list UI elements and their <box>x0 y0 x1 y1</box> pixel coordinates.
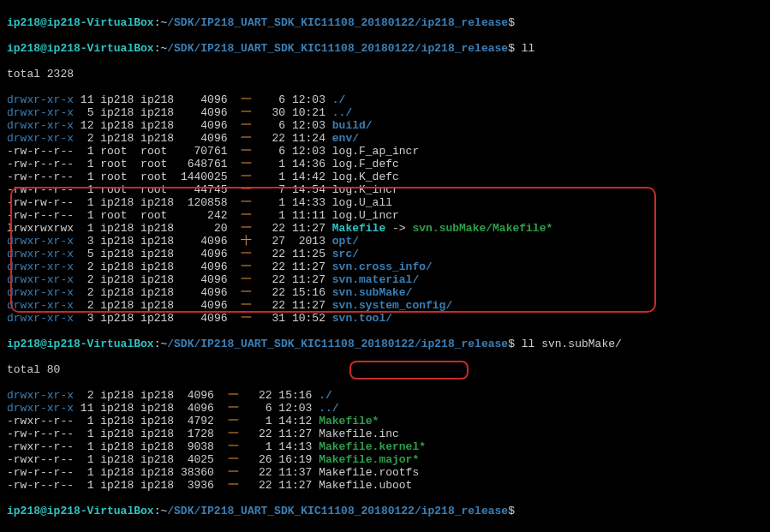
filename: svn.cross_info/ <box>332 260 433 273</box>
perms: -rw-rw-r-- <box>7 196 74 209</box>
filename: Makefile.major* <box>319 453 419 466</box>
day: 22 <box>266 132 285 145</box>
ls-row: drwxr-xr-x 2 ip218 ip218 4096 一 22 11:27… <box>7 273 763 286</box>
month-cn: 一 <box>241 222 252 235</box>
time: 14:33 <box>292 196 325 209</box>
nlinks: 2 <box>81 389 94 402</box>
size: 4096 <box>181 260 228 273</box>
day: 1 <box>266 196 285 209</box>
perms: drwxr-xr-x <box>7 389 74 402</box>
filename: ./ <box>319 389 332 402</box>
nlinks: 2 <box>81 299 94 312</box>
size: 38360 <box>181 466 214 479</box>
owner: ip218 <box>100 286 134 299</box>
time: 14:36 <box>292 158 325 170</box>
cwd: /SDK/IP218_UART_SDK_KIC11108_20180122/ip… <box>167 16 508 29</box>
nlinks: 5 <box>81 106 94 119</box>
nlinks: 1 <box>81 222 94 235</box>
group: ip218 <box>140 286 174 299</box>
size: 1728 <box>181 427 214 440</box>
prompt-line: ip218@ip218-VirtualBox:~/SDK/IP218_UART_… <box>7 42 763 55</box>
prompt-line: ip218@ip218-VirtualBox:~/SDK/IP218_UART_… <box>7 338 763 350</box>
owner: ip218 <box>100 93 134 106</box>
perms: -rw-r--r-- <box>7 427 74 440</box>
group: root <box>140 170 174 183</box>
group: root <box>140 158 174 170</box>
perms: -rwxr--r-- <box>7 440 74 453</box>
group: ip218 <box>140 248 174 260</box>
month-cn: 一 <box>241 158 252 170</box>
ls-row: drwxr-xr-x 2 ip218 ip218 4096 一 22 15:16… <box>7 389 763 402</box>
group: ip218 <box>140 235 174 248</box>
day: 6 <box>266 145 285 158</box>
time: 12:03 <box>278 402 312 415</box>
perms: -rw-r--r-- <box>7 479 74 492</box>
size: 1440025 <box>181 170 228 183</box>
day: 31 <box>266 312 285 325</box>
time: 11:24 <box>292 132 325 145</box>
size: 4096 <box>181 106 228 119</box>
owner: root <box>100 170 134 183</box>
time: 14:13 <box>278 440 312 453</box>
nlinks: 2 <box>81 286 94 299</box>
time: 2013 <box>292 235 325 248</box>
day: 22 <box>266 273 285 286</box>
size: 4096 <box>181 312 228 325</box>
day: 6 <box>266 93 285 106</box>
group: ip218 <box>140 466 174 479</box>
perms: -rw-r--r-- <box>7 209 74 222</box>
ls-row: -rw-rw-r-- 1 ip218 ip218 120858 一 1 14:3… <box>7 196 763 209</box>
owner: ip218 <box>100 119 134 132</box>
size: 4096 <box>181 299 228 312</box>
month-cn: 一 <box>228 402 239 415</box>
filename: log.K_defc <box>332 170 399 183</box>
ls-row: drwxr-xr-x 2 ip218 ip218 4096 一 22 15:16… <box>7 286 763 299</box>
day: 22 <box>266 248 285 260</box>
nlinks: 1 <box>81 466 94 479</box>
nlinks: 1 <box>81 158 94 170</box>
filename: ../ <box>332 106 352 119</box>
nlinks: 3 <box>81 312 94 325</box>
group: ip218 <box>140 119 174 132</box>
perms: -rwxr--r-- <box>7 415 74 427</box>
ls-row: lrwxrwxrwx 1 ip218 ip218 20 一 22 11:27 M… <box>7 222 763 235</box>
day: 1 <box>266 209 285 222</box>
ls-row: drwxr-xr-x 3 ip218 ip218 4096 一 31 10:52… <box>7 312 763 325</box>
day: 30 <box>266 106 285 119</box>
size: 4096 <box>181 248 228 260</box>
filename: log.K_incr <box>332 183 399 196</box>
perms: drwxr-xr-x <box>7 248 74 260</box>
ls-row: drwxr-xr-x 2 ip218 ip218 4096 一 22 11:24… <box>7 132 763 145</box>
link-target: svn.subMake/Makefile* <box>412 222 552 235</box>
size: 120858 <box>181 196 228 209</box>
ls-row: -rwxr--r-- 1 ip218 ip218 4792 一 1 14:12 … <box>7 415 763 427</box>
month-cn: 一 <box>228 389 239 402</box>
filename: Makefile <box>332 222 385 235</box>
month-cn: 一 <box>228 440 239 453</box>
ls-row: -rw-r--r-- 1 root root 242 一 1 11:11 log… <box>7 209 763 222</box>
ls-row: -rw-r--r-- 1 root root 648761 一 1 14:36 … <box>7 158 763 170</box>
group: ip218 <box>140 389 174 402</box>
filename: Makefile.kernel* <box>319 440 426 453</box>
day: 26 <box>252 453 272 466</box>
filename: Makefile.uboot <box>319 479 412 492</box>
perms: drwxr-xr-x <box>7 132 74 145</box>
size: 4096 <box>181 402 214 415</box>
owner: ip218 <box>100 106 134 119</box>
group: ip218 <box>140 440 174 453</box>
owner: ip218 <box>100 427 134 440</box>
ls-row: -rw-r--r-- 1 root root 1440025 一 1 14:42… <box>7 170 763 183</box>
nlinks: 3 <box>81 235 94 248</box>
month-cn: 一 <box>241 119 252 132</box>
terminal[interactable]: ip218@ip218-VirtualBox:~/SDK/IP218_UART_… <box>0 0 770 532</box>
group: ip218 <box>140 93 174 106</box>
day: 22 <box>266 222 285 235</box>
size: 4096 <box>181 286 228 299</box>
time: 12:03 <box>292 145 325 158</box>
nlinks: 1 <box>81 415 94 427</box>
ls-row: drwxr-xr-x 11 ip218 ip218 4096 一 6 12:03… <box>7 93 763 106</box>
filename: ../ <box>319 402 338 415</box>
size: 4096 <box>181 132 228 145</box>
owner: ip218 <box>100 235 134 248</box>
command: ll svn.subMake/ <box>522 338 622 350</box>
